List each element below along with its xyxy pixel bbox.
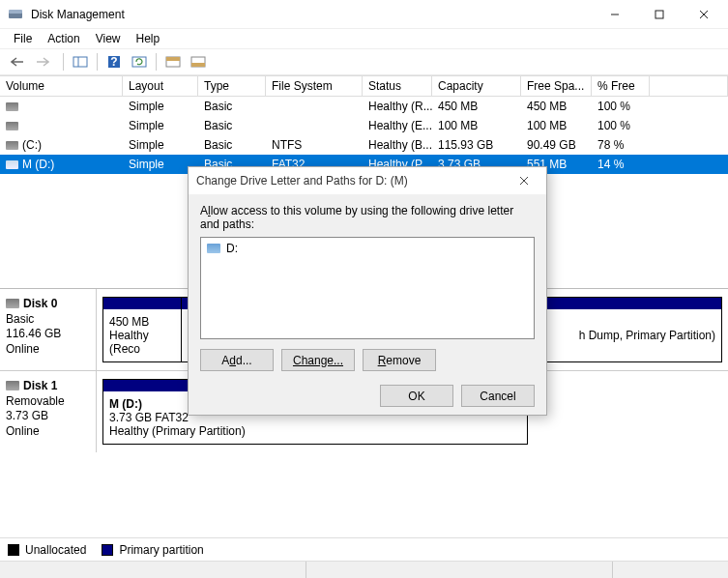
- cell-status: Healthy (B...: [363, 136, 432, 154]
- status-cell: [306, 562, 612, 578]
- drive-icon: [207, 244, 220, 253]
- svg-text:?: ?: [110, 55, 117, 69]
- part-status: Healthy (Reco: [109, 329, 175, 356]
- table-row[interactable]: SimpleBasicHealthy (E...100 MB100 MB100 …: [0, 116, 728, 135]
- cell-type: Basic: [198, 136, 266, 154]
- volume-icon: [6, 141, 18, 150]
- cell-layout: Simple: [123, 98, 198, 115]
- dialog-action-row: Add... Change... Remove: [200, 349, 535, 371]
- col-layout[interactable]: Layout: [123, 76, 198, 96]
- col-volume[interactable]: Volume: [0, 76, 123, 96]
- cell-type: Basic: [198, 117, 266, 134]
- window-buttons: [593, 0, 726, 28]
- col-type[interactable]: Type: [198, 76, 266, 96]
- titlebar: Disk Management: [0, 0, 728, 29]
- cell-free: 100 MB: [521, 117, 592, 134]
- disk-icon: [6, 381, 19, 390]
- table-row[interactable]: (C:)SimpleBasicNTFSHealthy (B...115.93 G…: [0, 135, 728, 155]
- cell-free: 90.49 GB: [521, 136, 592, 154]
- dialog-instruction: Allow access to this volume by using the…: [200, 204, 535, 231]
- show-hide-tree-button[interactable]: [69, 51, 92, 72]
- disk-icon: [6, 299, 19, 308]
- list-item[interactable]: D:: [205, 242, 530, 255]
- view-top-icon[interactable]: [161, 51, 185, 72]
- cell-free: 450 MB: [521, 98, 592, 115]
- cell-pct: 14 %: [592, 156, 650, 173]
- svg-rect-12: [166, 57, 180, 61]
- cell-fs: NTFS: [266, 136, 363, 154]
- cell-fs: [266, 117, 363, 134]
- svg-rect-6: [73, 57, 87, 67]
- cell-layout: Simple: [123, 136, 198, 154]
- menu-view[interactable]: View: [88, 30, 129, 47]
- menu-action[interactable]: Action: [40, 30, 87, 47]
- menu-file[interactable]: File: [6, 30, 40, 47]
- window-title: Disk Management: [31, 8, 593, 21]
- dialog-body: Allow access to this volume by using the…: [189, 194, 546, 417]
- add-button[interactable]: Add...: [200, 349, 274, 371]
- disk1-name: Disk 1: [23, 379, 57, 392]
- disk1-size: 3.73 GB: [6, 409, 90, 424]
- cell-volume: [0, 98, 123, 115]
- dialog-close-button[interactable]: [510, 167, 539, 194]
- volume-list-header: Volume Layout Type File System Status Ca…: [0, 76, 728, 97]
- status-cell: [612, 562, 728, 578]
- cell-volume: M (D:): [0, 156, 123, 173]
- cell-capacity: 100 MB: [432, 117, 521, 134]
- svg-rect-3: [655, 11, 663, 18]
- cell-pct: 78 %: [592, 136, 650, 154]
- disk0-name: Disk 0: [23, 297, 57, 310]
- col-capacity[interactable]: Capacity: [432, 76, 521, 96]
- menubar: File Action View Help: [0, 29, 728, 48]
- disk0-size: 116.46 GB: [6, 327, 90, 342]
- remove-button[interactable]: Remove: [363, 349, 436, 371]
- ok-button[interactable]: OK: [380, 385, 453, 407]
- cell-volume: (C:): [0, 136, 123, 154]
- cell-capacity: 115.93 GB: [432, 136, 521, 154]
- swatch-primary: [102, 544, 113, 556]
- volume-icon: [6, 160, 18, 169]
- col-status[interactable]: Status: [363, 76, 432, 96]
- list-item-label: D:: [226, 242, 238, 255]
- drive-paths-listbox[interactable]: D:: [200, 237, 535, 339]
- close-button[interactable]: [682, 0, 726, 28]
- change-drive-letter-dialog: Change Drive Letter and Paths for D: (M)…: [188, 166, 547, 416]
- refresh-icon[interactable]: [128, 51, 151, 72]
- cell-layout: Simple: [123, 117, 198, 134]
- minimize-button[interactable]: [593, 0, 637, 28]
- disk-mgmt-app-icon: [8, 7, 23, 22]
- change-button[interactable]: Change...: [281, 349, 355, 371]
- col-spacer: [650, 76, 728, 96]
- status-cell: [0, 562, 306, 578]
- statusbar: [0, 561, 728, 578]
- part-size: 450 MB: [109, 315, 175, 329]
- cell-type: Basic: [198, 98, 266, 115]
- disk0-part0[interactable]: 450 MB Healthy (Reco: [102, 297, 182, 362]
- toolbar: ?: [0, 48, 728, 75]
- legend-primary: Primary partition: [102, 543, 203, 557]
- toolbar-separator: [97, 53, 98, 71]
- menu-help[interactable]: Help: [129, 30, 168, 47]
- volume-icon: [6, 122, 18, 130]
- col-free[interactable]: Free Spa...: [521, 76, 592, 96]
- col-filesystem[interactable]: File System: [266, 76, 363, 96]
- cell-pct: 100 %: [592, 117, 650, 134]
- col-pctfree[interactable]: % Free: [592, 76, 650, 96]
- toolbar-separator: [63, 53, 64, 71]
- maximize-button[interactable]: [637, 0, 682, 28]
- back-button[interactable]: [6, 51, 29, 72]
- legend-unallocated: Unallocated: [8, 543, 86, 557]
- cell-status: Healthy (R...: [363, 98, 432, 115]
- table-row[interactable]: SimpleBasicHealthy (R...450 MB450 MB100 …: [0, 97, 728, 116]
- cancel-button[interactable]: Cancel: [461, 385, 535, 407]
- dialog-confirm-row: OK Cancel: [200, 385, 535, 407]
- cell-volume: [0, 117, 123, 134]
- dialog-titlebar: Change Drive Letter and Paths for D: (M): [189, 167, 546, 194]
- forward-button[interactable]: [31, 51, 54, 72]
- svg-rect-1: [9, 10, 22, 14]
- help-icon[interactable]: ?: [102, 51, 126, 72]
- view-bottom-icon[interactable]: [187, 51, 210, 72]
- partition-bar: [103, 298, 181, 309]
- toolbar-separator: [156, 53, 157, 71]
- volume-icon: [6, 102, 18, 111]
